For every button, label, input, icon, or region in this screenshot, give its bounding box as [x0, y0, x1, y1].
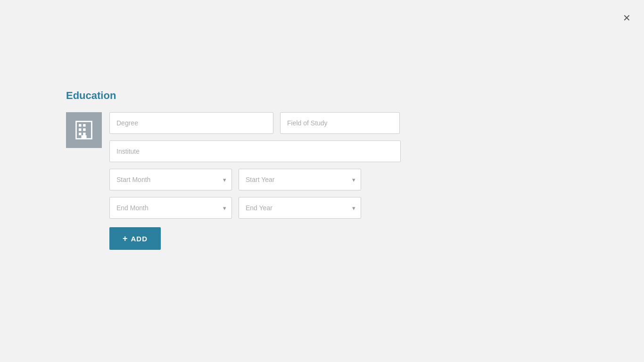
building-icon — [66, 112, 102, 148]
end-year-select[interactable]: End Year 2024 2023 2022 2021 2020 2019 2… — [239, 197, 361, 219]
svg-rect-3 — [79, 128, 82, 131]
add-button[interactable]: + ADD — [109, 227, 161, 250]
end-year-wrapper: End Year 2024 2023 2022 2021 2020 2019 2… — [239, 197, 361, 219]
svg-rect-4 — [83, 128, 86, 131]
add-button-label: ADD — [131, 235, 148, 243]
institute-input[interactable] — [109, 140, 401, 162]
row-start-date: Start Month January February March April… — [109, 169, 401, 190]
fields-column: Start Month January February March April… — [109, 112, 401, 250]
row-degree-field — [109, 112, 401, 134]
start-month-select[interactable]: Start Month January February March April… — [109, 169, 232, 190]
end-month-select[interactable]: End Month January February March April M… — [109, 197, 232, 219]
row-institute — [109, 140, 401, 162]
svg-rect-2 — [83, 124, 86, 127]
svg-rect-6 — [83, 133, 86, 136]
start-year-select[interactable]: Start Year 2024 2023 2022 2021 2020 2019… — [239, 169, 361, 190]
svg-rect-5 — [79, 133, 82, 136]
field-of-study-input[interactable] — [280, 112, 400, 134]
start-month-wrapper: Start Month January February March April… — [109, 169, 232, 190]
plus-icon: + — [123, 234, 128, 244]
row-end-date: End Month January February March April M… — [109, 197, 401, 219]
end-month-wrapper: End Month January February March April M… — [109, 197, 232, 219]
svg-rect-1 — [79, 124, 82, 127]
row-add-button: + ADD — [109, 225, 401, 250]
form-main-row: Start Month January February March April… — [66, 112, 401, 250]
svg-rect-7 — [82, 135, 87, 139]
close-button[interactable]: ✕ — [623, 13, 631, 23]
section-title: Education — [66, 90, 401, 102]
education-form: Education — [66, 90, 401, 250]
degree-input[interactable] — [109, 112, 273, 134]
start-year-wrapper: Start Year 2024 2023 2022 2021 2020 2019… — [239, 169, 361, 190]
